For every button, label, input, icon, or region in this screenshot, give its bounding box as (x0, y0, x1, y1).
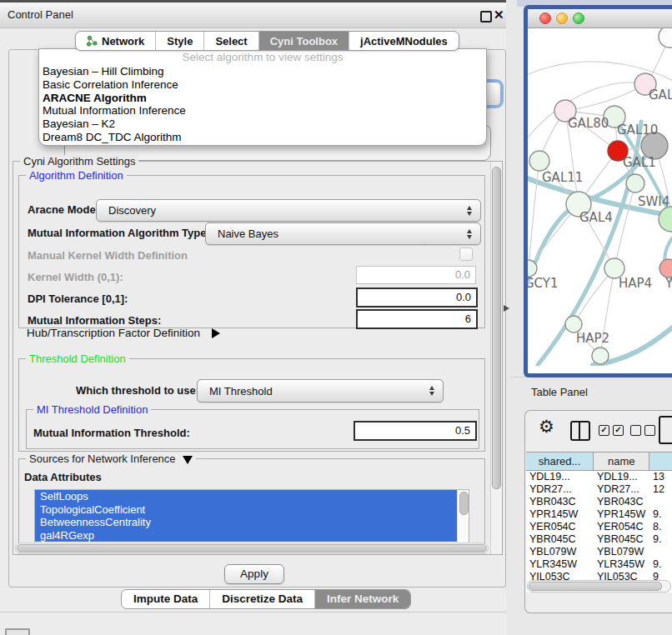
network-node[interactable] (592, 348, 609, 364)
attributes-scrollbar[interactable] (457, 490, 469, 543)
table-body: YDL19...YDL19...13YDR27...YDR27...12YBR0… (526, 471, 672, 592)
table-cell: 8. (649, 521, 672, 533)
network-node[interactable] (529, 151, 549, 171)
gear-icon[interactable]: ⚙ (539, 417, 554, 437)
network-node[interactable] (659, 28, 672, 48)
table-cell: YPR145W (526, 508, 594, 521)
close-icon[interactable]: ✕ (494, 8, 504, 22)
mi-threshold-group: MI Threshold Definition Mutual Informati… (26, 409, 479, 449)
network-node[interactable] (659, 207, 672, 232)
algorithm-option-basic-correlation-inference[interactable]: Basic Correlation Inference (39, 78, 486, 92)
table-row[interactable]: YBR045CYBR045C9. (526, 533, 672, 546)
hub-definition-label: Hub/Transcription Factor Definition (27, 327, 200, 339)
table-horizontal-scrollbar[interactable] (527, 580, 671, 592)
attribute-item-selfloops[interactable]: SelfLoops (35, 490, 458, 503)
table-row[interactable]: YPR145WYPR145W9. (526, 508, 672, 521)
network-tab-icon (87, 36, 98, 47)
float-window-icon[interactable] (480, 11, 492, 22)
network-graph[interactable]: GALGAL80GAL10GAL1GAL11SWI4GAL4GCY1HAP4YH… (528, 28, 672, 366)
table-row[interactable]: YDL19...YDL19...13 (526, 471, 672, 483)
apply-button[interactable]: Apply (224, 564, 284, 584)
mi-type-label: Mutual Information Algorithm Type: (28, 227, 210, 239)
bottom-tab-impute-data[interactable]: Impute Data (122, 590, 209, 608)
attribute-item-topologicalcoefficient[interactable]: TopologicalCoefficient (35, 503, 458, 517)
bottom-tab-infer-network[interactable]: Infer Network (314, 590, 410, 608)
table-cell: YLR345W (526, 558, 594, 571)
table-cell: 9. (649, 533, 672, 546)
mi-steps-field[interactable]: 6 (356, 309, 478, 329)
algorithm-option-aracne-algorithm[interactable]: ARACNE Algorithm (39, 92, 486, 105)
hub-definition-expander[interactable]: Hub/Transcription Factor Definition (27, 327, 220, 339)
mi-steps-label: Mutual Information Steps: (28, 314, 161, 327)
dpi-tolerance-field[interactable]: 0.0 (356, 288, 478, 308)
attribute-item-betweennesscentrality[interactable]: BetweennessCentrality (35, 516, 458, 529)
table-row[interactable]: YBR043CYBR043C (526, 496, 672, 508)
aracne-mode-select[interactable]: Discovery (96, 199, 481, 222)
manual-kernel-checkbox[interactable] (459, 248, 473, 261)
mi-threshold-label: Mutual Information Threshold: (33, 427, 190, 439)
node-label-gcy1: GCY1 (528, 276, 559, 291)
algorithm-option-list: Bayesian – Hill ClimbingBasic Correlatio… (39, 65, 486, 144)
column-header-3[interactable] (649, 452, 672, 470)
node-label-y: Y (664, 276, 672, 291)
tab-cyni-toolbox[interactable]: Cyni Toolbox (258, 32, 349, 50)
network-node[interactable] (626, 174, 644, 192)
table-cell: YBL079W (594, 546, 649, 558)
sources-group-title: Sources for Network Inference (26, 452, 196, 465)
table-row[interactable]: YLR345WYLR345W9. (526, 558, 672, 571)
column-header-name[interactable]: name (594, 452, 649, 470)
network-canvas[interactable]: GALGAL80GAL10GAL1GAL11SWI4GAL4GCY1HAP4YH… (528, 28, 672, 366)
control-panel-bottom-edge (0, 612, 506, 612)
algorithm-option-bayesian-k2[interactable]: Bayesian – K2 (39, 118, 486, 131)
dropdown-placeholder: Select algorithm to view settings (39, 49, 486, 65)
table-row[interactable]: YBL079WYBL079W (526, 546, 672, 558)
collapsed-panel-button[interactable] (5, 628, 30, 635)
columns-icon[interactable] (570, 421, 590, 441)
settings-group-title: Cyni Algorithm Settings (20, 155, 138, 168)
export-table-icon[interactable] (659, 416, 672, 444)
tab-jactivemnodules[interactable]: jActiveMNodules (349, 32, 459, 50)
tab-select[interactable]: Select (203, 32, 258, 50)
kernel-width-label: Kernel Width (0,1): (28, 271, 123, 283)
select-all-columns-icon[interactable]: ✓ ✓ (599, 425, 624, 436)
table-panel: ⚙ ✓ ✓ shared...name YDL19...YDL19...13YD… (524, 410, 672, 613)
settings-scrollbar[interactable] (490, 162, 502, 554)
attributes-scrollbar-thumb[interactable] (459, 492, 469, 515)
settings-scrollbar-thumb[interactable] (492, 167, 501, 489)
table-row[interactable]: YER054CYER054C8. (526, 521, 672, 533)
mi-threshold-field[interactable]: 0.5 (354, 421, 477, 441)
node-label-gal: GAL (649, 88, 672, 102)
column-header-shared-[interactable]: shared... (526, 452, 594, 470)
tab-style[interactable]: Style (155, 32, 203, 50)
mi-type-select[interactable]: Naive Bayes (205, 222, 481, 245)
stepper-arrows-icon (429, 386, 434, 396)
expanded-arrow-icon[interactable] (183, 456, 193, 464)
threshold-definition-title: Threshold Definition (26, 352, 129, 365)
data-attributes-list[interactable]: SelfLoopsTopologicalCoefficientBetweenne… (34, 489, 469, 544)
network-node[interactable] (565, 316, 582, 332)
settings-hscroll-thumb[interactable] (17, 544, 487, 552)
minimize-traffic-light[interactable] (556, 12, 568, 24)
algorithm-option-mutual-information-inference[interactable]: Mutual Information Inference (39, 104, 486, 118)
bottom-tab-discretize-data[interactable]: Discretize Data (209, 590, 314, 608)
which-threshold-select[interactable]: MI Threshold (197, 379, 444, 402)
collapsed-arrow-icon[interactable] (212, 328, 220, 338)
table-cell: YLR345W (594, 558, 649, 571)
aracne-mode-label: Aracne Mode: (28, 203, 99, 216)
close-traffic-light[interactable] (539, 12, 551, 24)
tab-network[interactable]: Network (76, 32, 155, 50)
algorithm-option-dream8-dc-tdc-algorithm[interactable]: Dream8 DC_TDC Algorithm (39, 131, 486, 144)
node-label-gal11: GAL11 (542, 170, 583, 185)
table-hscroll-thumb[interactable] (529, 582, 662, 591)
attribute-item-gal4rgexp[interactable]: gal4RGexp (35, 529, 458, 542)
algorithm-option-bayesian-hill-climbing[interactable]: Bayesian – Hill Climbing (39, 65, 486, 78)
network-view-window: GALGAL80GAL10GAL1GAL11SWI4GAL4GCY1HAP4YH… (524, 5, 672, 378)
kernel-width-field[interactable]: 0.0 (356, 266, 476, 284)
table-cell: 13 (649, 471, 672, 483)
settings-horizontal-scrollbar[interactable] (15, 542, 489, 554)
zoom-traffic-light[interactable] (573, 12, 584, 24)
table-cell: YER054C (594, 521, 649, 533)
table-row[interactable]: YDR27...YDR27...12 (526, 483, 672, 496)
deselect-all-columns-icon[interactable] (630, 425, 655, 436)
network-node[interactable] (659, 259, 672, 278)
